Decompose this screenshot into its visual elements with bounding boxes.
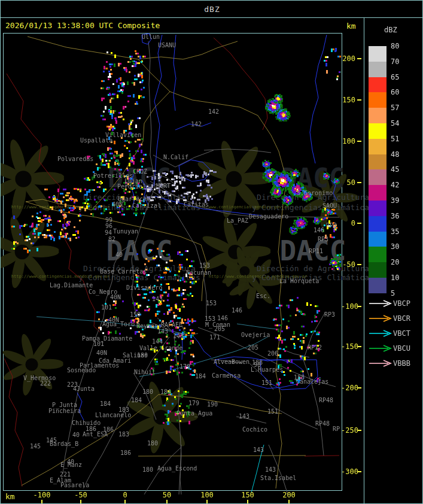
legend-arrow-icon <box>368 300 394 307</box>
colorbar-band <box>369 169 387 185</box>
x-tick-label: -100 <box>32 491 52 499</box>
y-tick-mark <box>357 223 361 224</box>
x-tick-label: 150 <box>238 491 258 499</box>
colorbar-tick-label: 54 <box>391 120 399 127</box>
x-axis-unit-label: km <box>5 492 15 501</box>
colorbar-tick-label: 60 <box>391 89 399 96</box>
colorbar-tick-label: 30 <box>391 243 399 250</box>
colorbar-tick-label: 70 <box>391 58 399 65</box>
y-tick-mark <box>357 58 361 59</box>
legend-label: VBCT <box>393 330 410 337</box>
x-tick-label: -50 <box>71 491 91 499</box>
x-tick-label: 0 <box>115 491 135 499</box>
y-tick-label: 0 <box>341 220 355 227</box>
colorbar-band <box>369 216 387 232</box>
colorbar-tick-label: 36 <box>391 212 399 220</box>
page-title: dBZ <box>204 5 220 14</box>
x-tick-label: 50 <box>157 491 177 499</box>
x-tick-mark <box>41 500 42 504</box>
colorbar-band <box>369 232 387 247</box>
x-tick-mark <box>206 500 208 504</box>
y-tick-label: -200 <box>341 384 355 391</box>
colorbar-tick-label: 39 <box>391 197 399 204</box>
colorbar-tick-label: 35 <box>391 228 399 235</box>
y-tick-mark <box>357 141 361 142</box>
colorbar-band <box>369 108 387 123</box>
legend-arrow-icon <box>368 315 394 322</box>
y-tick-mark <box>357 471 361 472</box>
panel-divider <box>364 17 364 504</box>
colorbar-tick-label: 57 <box>391 104 399 111</box>
y-tick-label: 200 <box>341 55 355 62</box>
colorbar-band <box>369 278 387 293</box>
colorbar-band <box>369 77 387 93</box>
legend-arrow-icon <box>368 360 394 367</box>
y-tick-mark <box>357 182 361 183</box>
legend-label: VBCU <box>393 345 410 352</box>
y-tick-mark <box>357 306 361 307</box>
y-tick-label: -150 <box>341 343 355 350</box>
colorbar-band <box>369 201 387 216</box>
y-tick-label: 50 <box>341 179 355 186</box>
legend-arrow-icon <box>368 345 394 352</box>
colorbar-tick-label: 51 <box>391 135 399 142</box>
colorbar-band <box>369 62 387 77</box>
y-tick-label: -100 <box>341 303 355 310</box>
x-tick-label: 200 <box>279 491 299 499</box>
colorbar-band <box>369 262 387 278</box>
y-tick-mark <box>357 264 361 265</box>
colorbar-band <box>369 247 387 262</box>
colorbar-tick-label: 42 <box>391 181 399 189</box>
y-tick-label: 100 <box>341 138 355 145</box>
colorbar-band <box>369 92 387 108</box>
y-tick-mark <box>357 346 361 347</box>
timestamp-label: 2026/01/13 13:38:00 UTC Composite <box>5 21 160 30</box>
colorbar-band <box>369 154 387 170</box>
x-tick-mark <box>166 500 168 504</box>
colorbar-tick-label: 10 <box>391 274 399 281</box>
legend-label: VBBB <box>393 360 410 367</box>
x-tick-mark <box>124 500 126 504</box>
y-tick-label: -300 <box>341 468 355 475</box>
colorbar-band <box>369 139 387 154</box>
radar-map <box>3 33 342 491</box>
colorbar-tick-label: 80 <box>391 42 399 50</box>
x-tick-mark <box>80 500 81 504</box>
y-tick-label: 150 <box>341 96 355 104</box>
colorbar-title: dBZ <box>384 26 397 34</box>
y-axis-unit-label: km <box>346 22 356 31</box>
legend-arrow-icon <box>368 330 394 337</box>
radar-app-window: dBZ 2026/01/13 13:38:00 UTC Composite km… <box>0 0 423 504</box>
y-tick-label: -250 <box>341 427 355 434</box>
x-tick-label: 100 <box>197 491 217 499</box>
colorbar-band <box>369 123 387 139</box>
legend-label: VBCP <box>393 300 410 307</box>
colorbar-tick-label: 5 <box>391 290 395 297</box>
colorbar-tick-label: 20 <box>391 259 399 266</box>
y-tick-mark <box>357 430 361 431</box>
y-tick-label: -50 <box>341 261 355 268</box>
colorbar-tick-label: 45 <box>391 166 399 173</box>
y-tick-mark <box>357 387 361 388</box>
x-tick-mark <box>247 500 248 504</box>
legend-label: VBCR <box>393 315 410 322</box>
title-bar: dBZ <box>1 1 423 18</box>
x-tick-mark <box>288 500 290 504</box>
colorbar-tick-label: 48 <box>391 151 399 158</box>
colorbar-tick-label: 65 <box>391 74 399 81</box>
y-tick-mark <box>357 99 361 101</box>
colorbar-band <box>369 185 387 201</box>
colorbar-band <box>369 46 387 62</box>
